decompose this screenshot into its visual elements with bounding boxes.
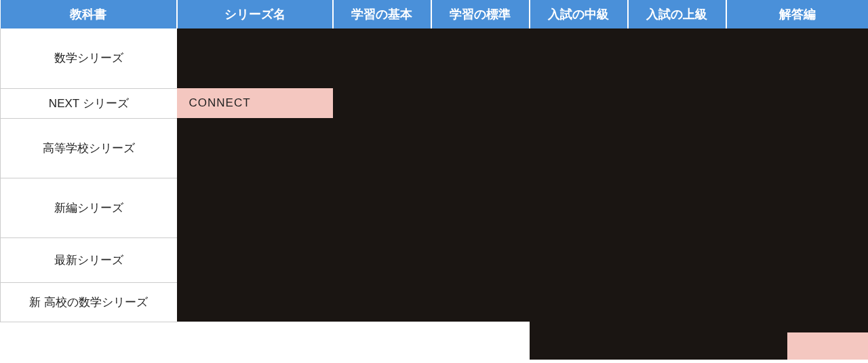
series-cell bbox=[177, 237, 333, 282]
standard-cell bbox=[431, 88, 530, 118]
table-row: 最新シリーズ bbox=[1, 237, 869, 282]
high-cell bbox=[628, 237, 726, 282]
basic-cell bbox=[333, 148, 431, 178]
answer-cell bbox=[726, 282, 869, 322]
basic-cell bbox=[333, 58, 431, 88]
standard-cell bbox=[431, 58, 530, 88]
category-cell: 新 高校の数学シリーズ bbox=[1, 282, 177, 322]
bottom-dark bbox=[530, 322, 628, 360]
mid-cell bbox=[530, 148, 628, 178]
mid-cell bbox=[530, 118, 628, 148]
high-cell bbox=[628, 208, 726, 237]
mid-cell bbox=[530, 208, 628, 237]
bottom-blank bbox=[431, 322, 530, 360]
category-cell: NEXT シリーズ bbox=[1, 88, 177, 118]
category-cell: 数学シリーズ bbox=[1, 28, 177, 88]
series-cell bbox=[177, 148, 333, 178]
standard-cell bbox=[431, 28, 530, 58]
high-cell bbox=[628, 28, 726, 58]
table-row: 数学シリーズ bbox=[1, 28, 869, 58]
answer-cell bbox=[726, 58, 869, 88]
series-cell bbox=[177, 282, 333, 322]
high-cell bbox=[628, 118, 726, 148]
header-row: 教科書 シリーズ名 学習の基本 学習の標準 入試の中級 入試の上級 解答編 bbox=[1, 0, 869, 28]
header-series: シリーズ名 bbox=[177, 0, 333, 28]
pink-swatch bbox=[787, 332, 869, 360]
table-row: 新 高校の数学シリーズ bbox=[1, 282, 869, 322]
bottom-blank bbox=[333, 322, 431, 360]
answer-cell bbox=[726, 148, 869, 178]
category-cell: 新編シリーズ bbox=[1, 178, 177, 237]
mid-cell bbox=[530, 237, 628, 282]
header-textbook: 教科書 bbox=[1, 0, 177, 28]
table-row: 高等学校シリーズ bbox=[1, 118, 869, 148]
answer-cell bbox=[726, 28, 869, 58]
basic-cell bbox=[333, 282, 431, 322]
series-cell bbox=[177, 208, 333, 237]
table-row: NEXT シリーズ CONNECT bbox=[1, 88, 869, 118]
standard-cell bbox=[431, 208, 530, 237]
answer-cell bbox=[726, 88, 869, 118]
high-cell bbox=[628, 282, 726, 322]
answer-cell bbox=[726, 178, 869, 208]
table-row: 新編シリーズ bbox=[1, 178, 869, 208]
bottom-answer-cell bbox=[726, 322, 869, 360]
series-cell bbox=[177, 178, 333, 208]
basic-cell bbox=[333, 118, 431, 148]
high-cell bbox=[628, 148, 726, 178]
basic-cell bbox=[333, 178, 431, 208]
mid-cell bbox=[530, 58, 628, 88]
high-cell bbox=[628, 88, 726, 118]
basic-cell bbox=[333, 237, 431, 282]
series-cell bbox=[177, 118, 333, 148]
header-standard: 学習の標準 bbox=[431, 0, 530, 28]
series-cell bbox=[177, 28, 333, 58]
series-cell bbox=[177, 58, 333, 88]
series-cell-connect: CONNECT bbox=[177, 88, 333, 118]
answer-cell bbox=[726, 208, 869, 237]
basic-cell bbox=[333, 208, 431, 237]
answer-cell bbox=[726, 237, 869, 282]
high-cell bbox=[628, 178, 726, 208]
header-answer: 解答編 bbox=[726, 0, 869, 28]
table-row-bottom bbox=[1, 322, 869, 360]
standard-cell bbox=[431, 178, 530, 208]
category-cell: 最新シリーズ bbox=[1, 237, 177, 282]
mid-cell bbox=[530, 28, 628, 58]
bottom-left-blank bbox=[1, 322, 333, 360]
basic-cell bbox=[333, 28, 431, 58]
standard-cell bbox=[431, 282, 530, 322]
header-high: 入試の上級 bbox=[628, 0, 726, 28]
standard-cell bbox=[431, 118, 530, 148]
bottom-dark bbox=[628, 322, 726, 360]
mid-cell bbox=[530, 88, 628, 118]
basic-cell bbox=[333, 88, 431, 118]
category-cell: 高等学校シリーズ bbox=[1, 118, 177, 178]
standard-cell bbox=[431, 148, 530, 178]
answer-cell bbox=[726, 118, 869, 148]
table: 教科書 シリーズ名 学習の基本 学習の標準 入試の中級 入試の上級 解答編 数学… bbox=[0, 0, 868, 360]
high-cell bbox=[628, 58, 726, 88]
mid-cell bbox=[530, 178, 628, 208]
mid-cell bbox=[530, 282, 628, 322]
header-mid: 入試の中級 bbox=[530, 0, 628, 28]
textbook-series-table: 教科書 シリーズ名 学習の基本 学習の標準 入試の中級 入試の上級 解答編 数学… bbox=[0, 0, 868, 360]
header-basic: 学習の基本 bbox=[333, 0, 431, 28]
standard-cell bbox=[431, 237, 530, 282]
